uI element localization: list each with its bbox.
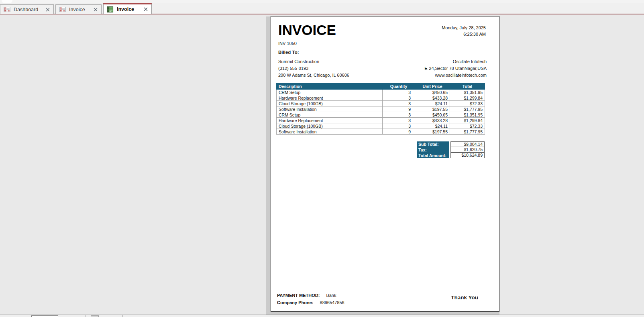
table-cell-description: Cloud Storage (100GB): [277, 101, 383, 106]
column-header: Quantity: [383, 83, 415, 90]
invoice-datetime: Monday, July 28, 2025 6:25:30 AM: [442, 25, 486, 37]
table-row: Software Installation9$197.55$1,777.95: [277, 129, 485, 135]
table-row: Cloud Storage (100GB)3$24.11$72.33: [277, 123, 485, 129]
record-count-box[interactable]: [31, 315, 58, 317]
table-cell-unit_price: $197.55: [415, 106, 450, 112]
invoice-items-table: DescriptionQuantityUnit PriceTotal CRM S…: [276, 83, 485, 135]
table-cell-total: $72.33: [450, 101, 485, 106]
company-name: Oscillate Infotech: [424, 58, 487, 65]
table-cell-unit_price: $450.65: [415, 112, 450, 118]
close-icon[interactable]: [45, 7, 50, 12]
invoice-report-page: INVOICE Monday, July 28, 2025 6:25:30 AM…: [271, 16, 499, 312]
close-icon[interactable]: [93, 7, 98, 12]
summary-box: Sub Total:$9,004.14Tax:$1,620.75Total Am…: [417, 141, 485, 158]
summary-row: Total Amount:$10,624.89: [417, 153, 485, 158]
tab-label: Dashboard: [14, 7, 38, 12]
column-header: Unit Price: [415, 83, 450, 90]
table-cell-total: $1,351.95: [450, 112, 485, 118]
app-window: Dashboard Invoice: [0, 0, 644, 317]
invoice-number: INV-1050: [278, 41, 297, 46]
payment-method-label: PAYMENT METHOD:: [277, 293, 320, 298]
customer-name: Summit Construction: [278, 58, 349, 65]
form-icon: [59, 6, 66, 13]
table-cell-quantity: 3: [383, 101, 415, 106]
table-row: Cloud Storage (100GB)3$24.11$72.33: [277, 101, 485, 106]
tab-invoice-report[interactable]: Invoice: [103, 3, 152, 14]
table-cell-unit_price: $450.65: [415, 90, 450, 95]
invoice-date: Monday, July 28, 2025: [442, 25, 486, 31]
table-cell-unit_price: $433.28: [415, 118, 450, 123]
table-row: CRM Setup3$450.65$1,351.95: [277, 112, 485, 118]
payment-method-row: PAYMENT METHOD: Bank: [277, 292, 344, 299]
table-cell-total: $72.33: [450, 123, 485, 129]
filter-button[interactable]: [91, 315, 99, 317]
page-shadow: [266, 312, 499, 315]
customer-phone: (312) 555-0193: [278, 65, 349, 72]
company-phone-value: 8896547856: [320, 300, 344, 305]
table-cell-quantity: 3: [383, 95, 415, 101]
table-cell-unit_price: $24.11: [415, 101, 450, 106]
invoice-footer: PAYMENT METHOD: Bank Company Phone: 8896…: [277, 292, 344, 306]
company-website: www.oscillateinfotech.com: [424, 72, 487, 79]
tab-invoice-form[interactable]: Invoice: [55, 4, 102, 14]
summary-label: Total Amount:: [417, 153, 449, 158]
table-cell-quantity: 3: [383, 123, 415, 129]
items-table-body: CRM Setup3$450.65$1,351.95Hardware Repla…: [277, 90, 485, 135]
table-cell-unit_price: $197.55: [415, 129, 450, 135]
summary-row: Sub Total:$9,004.14: [417, 141, 485, 147]
thank-you-text: Thank You: [451, 295, 478, 301]
table-cell-description: Hardware Replacement: [277, 118, 383, 123]
table-cell-description: Hardware Replacement: [277, 95, 383, 101]
table-cell-description: Software Installation: [277, 129, 383, 135]
table-row: Hardware Replacement3$433.28$1,299.84: [277, 118, 485, 123]
table-cell-total: $1,299.84: [450, 95, 485, 101]
table-cell-quantity: 9: [383, 106, 415, 112]
summary-label: Tax:: [417, 147, 449, 153]
invoice-time: 6:25:30 AM: [442, 31, 486, 37]
items-table-wrap: DescriptionQuantityUnit PriceTotal CRM S…: [276, 83, 485, 135]
invoice-title: INVOICE: [278, 22, 336, 38]
items-table-head: DescriptionQuantityUnit PriceTotal: [277, 83, 485, 90]
customer-address: 200 W Adams St, Chicago, IL 60606: [278, 72, 349, 79]
table-cell-total: $1,299.84: [450, 118, 485, 123]
table-row: Hardware Replacement3$433.28$1,299.84: [277, 95, 485, 101]
form-icon: [4, 6, 10, 13]
navigator-separator: [122, 315, 123, 317]
navigator-separator: [86, 315, 86, 317]
table-cell-description: CRM Setup: [277, 90, 383, 95]
document-tab-bar: Dashboard Invoice: [0, 3, 644, 14]
table-cell-total: $1,351.95: [450, 90, 485, 95]
summary-label: Sub Total:: [417, 141, 449, 147]
summary-row: Tax:$1,620.75: [417, 147, 485, 153]
payment-method-value: Bank: [326, 293, 336, 298]
page-shadow: [266, 16, 271, 312]
column-header: Description: [277, 83, 383, 90]
column-header: Total: [450, 83, 485, 90]
table-cell-quantity: 9: [383, 129, 415, 135]
table-cell-description: Cloud Storage (100GB): [277, 123, 383, 129]
table-row: CRM Setup3$450.65$1,351.95: [277, 90, 485, 95]
summary-value: $1,620.75: [450, 147, 485, 153]
table-row: Software Installation9$197.55$1,777.95: [277, 106, 485, 112]
summary-value: $10,624.89: [450, 153, 485, 158]
ribbon-tab-remnant: [2, 0, 12, 3]
summary-value: $9,004.14: [450, 141, 485, 147]
customer-info: Summit Construction (312) 555-0193 200 W…: [278, 58, 349, 79]
table-cell-description: Software Installation: [277, 106, 383, 112]
table-cell-total: $1,777.95: [450, 106, 485, 112]
header-row: DescriptionQuantityUnit PriceTotal: [277, 83, 485, 90]
table-cell-unit_price: $433.28: [415, 95, 450, 101]
billed-to-label: Billed To:: [278, 50, 299, 55]
table-cell-quantity: 3: [383, 90, 415, 95]
company-phone-row: Company Phone: 8896547856: [277, 299, 344, 307]
table-cell-quantity: 3: [383, 118, 415, 123]
table-cell-total: $1,777.95: [450, 129, 485, 135]
table-cell-unit_price: $24.11: [415, 123, 450, 129]
tab-dashboard[interactable]: Dashboard: [0, 4, 54, 14]
table-cell-quantity: 3: [383, 112, 415, 118]
company-phone-label: Company Phone:: [277, 300, 313, 305]
tab-label: Invoice: [69, 7, 85, 12]
table-cell-description: CRM Setup: [277, 112, 383, 118]
company-info: Oscillate Infotech E-24,Sector 78 UtahNa…: [424, 58, 487, 79]
close-icon[interactable]: [143, 7, 148, 12]
